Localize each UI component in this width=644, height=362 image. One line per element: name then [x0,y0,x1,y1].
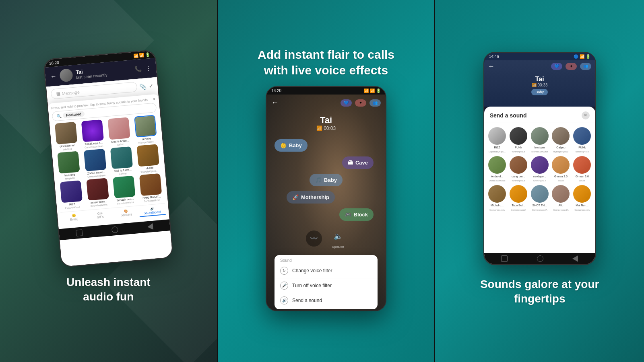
sound-item-11[interactable]: through hea... SoundingWorks [111,175,138,205]
nav3-square[interactable] [501,255,508,262]
sound-thumb-8 [137,144,159,167]
heart-badge-3: 💙 [551,63,562,70]
nav-square[interactable] [76,229,83,236]
speaker-btn[interactable]: 🔈 [330,228,346,244]
call-screen: 16:20 📶 📶 🔋 ← 💙 ✦ 👥 Tai 📶 00:03 [266,87,386,311]
sound-grid-11[interactable]: Michel d... CompressedA [488,185,506,211]
change-filter-icon: ↻ [280,267,288,275]
sound-grid-5[interactable]: FUNk funthing45.it [573,127,591,153]
collapse-arrow[interactable]: ▼ [153,97,156,101]
waveform-btn[interactable]: 〰️ [306,230,322,247]
phone3-screen: 14:46 🔵 📶 🔋 ← 💙 ✦ 👥 Tai 📶 [484,53,595,264]
sound-grid-13[interactable]: SHOT TH... CompressedA [530,185,549,211]
featured-label[interactable]: Featured [63,111,85,118]
cave-label: Cave [355,160,368,166]
soundboard-icon: ▦ [56,90,60,96]
back-icon-3[interactable]: ← [488,63,495,70]
menu-item-send-sound[interactable]: 🔊 Send a sound [275,293,378,308]
tab-emoji[interactable]: 😊 Emoji [61,212,88,224]
sound-item-9[interactable]: RiZZ ExpandWhips [58,180,85,210]
sound-thumb-9 [60,180,83,203]
call-area-3: Tai 📶 00:33 Baby [484,72,595,99]
sound-grid-name-3: lowtown [535,146,545,149]
sound-grid-name-5: FUNk [578,146,586,149]
back-icon-2[interactable]: ← [271,99,279,107]
sound-avatar-2 [510,127,527,145]
mothership-label: Mothership [301,194,329,200]
sound-grid-name-6: Android... [491,175,503,178]
sheet-title: Send a sound [490,112,527,119]
sound-item-1[interactable]: cicciogamer bdecec1 [53,121,80,151]
attach-icon[interactable]: 📎 [139,82,147,89]
nav-circle[interactable] [111,226,118,233]
sound-item-4[interactable]: rehehe TriangleOptica... [132,115,160,144]
panel-1: 16:20 📶 📶 🔋 ← Tai last seen recently 📞 ⋮ [0,0,217,362]
sound-item-6[interactable]: Zorlak nao c... CompanionBean [82,148,109,178]
nav3-circle[interactable] [537,255,543,262]
sound-grid-sub-6: DontStopMusic [489,179,506,182]
effect-mothership[interactable]: 🚀 Mothership [287,191,335,204]
sound-grid-name-8: nerdapo... [533,175,546,178]
sound-avatar-9 [552,156,570,174]
sound-grid-10[interactable]: G-man 3.0 anust [573,156,591,182]
sound-item-3[interactable]: God is A Wo... gafret [106,117,133,146]
baby2-label: Baby [324,177,337,183]
effect-block[interactable]: 🎮 Block [339,208,374,221]
sound-grid-9[interactable]: G-man 2.6 anust [552,156,570,182]
nav3-triangle[interactable] [572,255,578,262]
sound-grid-4[interactable]: Catyou trybogHkyoyu [552,127,570,153]
menu-item-turn-off[interactable]: 🎤 Turn off voice filter [275,278,378,293]
sound-item-8[interactable]: rehehe TriangleOptica... [135,144,162,173]
sound-grid-sub-15: CompressedA [574,209,590,211]
phone-icon-1[interactable]: 📞 [135,66,142,72]
call-duration: 📶 00:03 [270,125,382,131]
sheet-close-btn[interactable]: ✕ [582,111,590,119]
nav-triangle[interactable] [147,223,153,230]
sound-grid-7[interactable]: dang bru... funthing45.it [509,156,527,182]
sound-grid-6[interactable]: Android... DontStopMusic [488,156,506,182]
sound-grid-12[interactable]: Taco Bel... CompressedA [509,185,527,211]
sound-thumb-2 [81,119,104,142]
sound-grid-8[interactable]: nerdapo... funthing45.it [530,156,549,182]
sound-thumb-3 [108,117,130,140]
sound-grid-15[interactable]: Mai Noh... CompressedA [573,185,591,211]
menu-icon-1[interactable]: ⋮ [145,64,151,71]
check-icon[interactable]: ✓ [149,82,154,89]
sound-grid-3[interactable]: lowtown Monitor.9900hz [530,127,549,153]
sound-item-10[interactable]: amour plan... SoundingWorks [85,178,112,208]
effect-baby-2[interactable]: 🎵 Baby [310,174,343,186]
send-sound-icon: 🔊 [280,296,288,304]
sound-grid-name-13: SHOT TH... [533,204,547,207]
sound-grid-14[interactable]: Allo CompressedA [552,185,570,211]
effect-baby-1[interactable]: 👶 Baby [275,139,308,152]
sound-thumb-1 [55,121,77,144]
sounds-grid: RiZZ ExpandWhips... FUNk funthing45.it l… [484,123,595,215]
sound-grid-name-2: FUNk [515,146,522,149]
sound-item-7[interactable]: God is A Wo... gafreet [108,146,136,176]
menu-item-change-filter[interactable]: ↻ Change voice filter [275,263,378,278]
sound-item-2[interactable]: Zoriak nao c... CompansonBean [79,119,107,149]
back-icon-1[interactable]: ← [50,72,57,80]
sound-avatar-8 [531,156,549,174]
sound-grid-name-1: RiZZ [494,146,500,149]
sound-grid-sub-8: funthing45.it [533,179,546,182]
tab-stickers[interactable]: 🎨 Stickers [113,207,140,219]
sound-grid-2[interactable]: FUNk funthing45.it [509,127,527,153]
contact-avatar-1 [60,68,74,82]
sound-grid-1[interactable]: RiZZ ExpandWhips... [488,127,506,153]
status-time-3: 14:46 [489,54,499,59]
tab-gifs[interactable]: GIF GIFs [87,210,114,222]
call-header-icons-3: 💙 ✦ 👥 [551,63,591,70]
status-time-1: 16:20 [49,60,60,65]
star-icon-badge: ✦ [355,99,366,107]
chat-header-info: Tai last seen recently [76,64,132,80]
call-name-3: Tai [535,76,544,83]
effect-cave[interactable]: 🏔 Cave [342,156,374,169]
sound-item-5[interactable]: love img fatepie01 [56,151,83,181]
sound-menu: Sound ↻ Change voice filter 🎤 Turn off v… [275,255,378,309]
call-header-3: ← 💙 ✦ 👥 [484,60,595,72]
sound-item-12[interactable]: OMG RATAT... DontStopMusic [137,173,165,203]
block-label: Block [354,212,368,218]
sound-grid-sub-9: anust [558,179,564,182]
tab-soundboard[interactable]: 🔊 Soundboard [139,205,166,217]
